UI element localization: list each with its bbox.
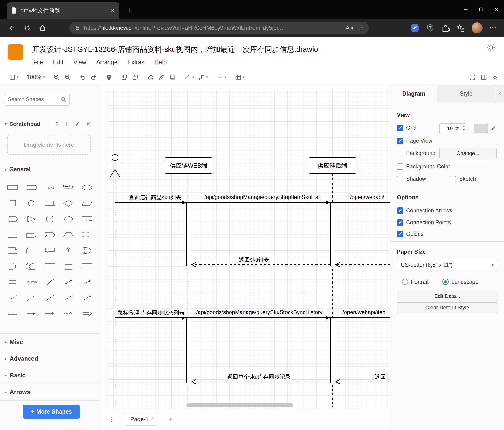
shape-filled-edge[interactable] <box>78 306 96 322</box>
extensions-puzzle-icon[interactable] <box>441 23 450 32</box>
menu-extras[interactable]: Extras <box>126 58 145 66</box>
shape-dashed-line[interactable] <box>3 290 22 306</box>
msg-label-return-sku[interactable]: 返回sku链表 <box>238 256 271 263</box>
fill-color-icon[interactable] <box>147 72 154 82</box>
zoom-select[interactable]: 100%▾ <box>27 72 45 82</box>
web-activation-1[interactable] <box>187 203 191 266</box>
shape-diamond[interactable] <box>59 196 78 211</box>
zoom-out-icon[interactable] <box>64 72 71 82</box>
shape-rounded-rectangle[interactable] <box>22 180 41 196</box>
connection-arrows-checkbox[interactable] <box>397 207 403 214</box>
table-button[interactable]: ▾ <box>234 72 245 82</box>
stepper-icons[interactable]: ▴▾ <box>463 124 465 132</box>
extension-blue-icon[interactable] <box>410 23 420 33</box>
change-background-button[interactable]: Change... <box>439 148 497 159</box>
shape-circle[interactable] <box>22 196 41 211</box>
diagram-canvas[interactable]: 供应链WEB端 供应链后端 查询店铺商品sku列表 /api/goods/sho… <box>100 85 390 409</box>
shape-text[interactable]: Text <box>41 180 59 196</box>
paper-size-select[interactable]: US-Letter (8,5" x 11") ▾ <box>397 259 498 271</box>
shape-horizontal-pool[interactable] <box>78 259 96 274</box>
refresh-icon[interactable] <box>19 21 35 35</box>
favorites-bar-icon[interactable] <box>456 23 465 32</box>
tab-style[interactable]: Style <box>437 85 495 102</box>
shape-trapezoid[interactable] <box>59 227 78 243</box>
to-back-icon[interactable] <box>132 72 139 82</box>
backend-activation-1[interactable] <box>331 203 335 266</box>
scratchpad-dropzone[interactable]: Drag elements here <box>7 135 91 155</box>
section-advanced[interactable]: ▸Advanced <box>0 350 100 367</box>
actor-figure[interactable] <box>109 154 121 178</box>
theme-toggle-icon[interactable] <box>486 43 496 53</box>
shape-ellipse[interactable] <box>78 180 96 196</box>
shape-callout[interactable] <box>41 243 59 259</box>
grid-checkbox[interactable] <box>397 125 403 131</box>
backend-activation-2[interactable] <box>331 318 335 383</box>
portrait-radio[interactable] <box>402 279 408 285</box>
shape-dotted-line[interactable] <box>22 290 41 306</box>
delete-icon[interactable] <box>106 72 113 82</box>
section-misc[interactable]: ▸Misc <box>0 334 100 350</box>
zoom-in-icon[interactable] <box>53 72 60 82</box>
msg-label-ext-1[interactable]: /open/webapi/ <box>349 194 385 200</box>
msg-label-query-sku[interactable]: 查询店铺商品sku列表 <box>128 194 183 201</box>
shape-rectangle[interactable] <box>3 180 22 196</box>
msg-label-api-sku[interactable]: /api/goods/shopManage/queryShopItemSkuLi… <box>203 194 321 200</box>
shadow-icon[interactable] <box>169 72 176 82</box>
undo-icon[interactable] <box>79 72 86 82</box>
browser-menu-icon[interactable] <box>489 24 497 32</box>
insert-button[interactable]: ▾ <box>216 72 227 82</box>
page-tab[interactable]: Page-1 ^ <box>126 413 158 426</box>
close-window-button[interactable] <box>489 0 504 19</box>
menu-view[interactable]: View <box>72 58 87 66</box>
shape-document[interactable] <box>78 211 96 227</box>
shape-search-input[interactable] <box>8 96 60 103</box>
msg-label-api-sync[interactable]: /api/goods/shopManage/querySkuStockSyncH… <box>195 309 324 316</box>
tab-diagram[interactable]: Diagram <box>390 85 437 102</box>
sketch-checkbox[interactable] <box>450 176 456 182</box>
shape-actor[interactable] <box>59 243 78 259</box>
connection-points-checkbox[interactable] <box>397 219 403 226</box>
favorite-star-icon[interactable]: ☆ <box>358 24 364 32</box>
msg-label-hover[interactable]: 鼠标悬浮 库存同步状态列表 <box>116 309 186 317</box>
maximize-button[interactable] <box>473 0 489 19</box>
shape-hexagon[interactable] <box>3 211 22 227</box>
shape-arrow-right[interactable] <box>22 306 41 322</box>
scratchpad-edit-icon[interactable] <box>75 121 80 127</box>
shape-square[interactable] <box>3 196 22 211</box>
msg-label-ext-2[interactable]: /open/webapi/iten <box>341 309 387 316</box>
msg-label-return-single[interactable]: 返回单个sku库存同步记录 <box>226 373 292 381</box>
shape-textbox[interactable]: Heading <box>59 180 78 196</box>
shape-vertical-container[interactable] <box>59 259 78 274</box>
menu-edit[interactable]: Edit <box>52 58 64 66</box>
format-panel-close-icon[interactable]: × <box>495 85 504 102</box>
web-activation-2[interactable] <box>187 318 191 383</box>
shape-cube[interactable] <box>22 227 41 243</box>
back-icon[interactable] <box>4 21 19 35</box>
shape-search[interactable] <box>5 93 70 106</box>
waypoint-style-button[interactable]: ▾ <box>198 72 208 82</box>
shape-bidirectional-connector[interactable] <box>59 290 78 306</box>
section-general[interactable]: ▾ General <box>0 164 100 175</box>
shape-bidirectional-arrow[interactable] <box>59 274 78 290</box>
scratchpad-close-icon[interactable]: × <box>86 120 90 128</box>
shape-tape[interactable] <box>78 227 96 243</box>
scratchpad-add-icon[interactable]: + <box>65 120 69 128</box>
shadow-checkbox[interactable] <box>397 176 403 182</box>
collapse-toolbar-icon[interactable] <box>492 72 499 82</box>
lifeline-box-web[interactable]: 供应链WEB端 <box>165 157 212 174</box>
minimize-button[interactable] <box>458 0 473 19</box>
address-bar[interactable]: https://file.kkview.cn/onlinePreview?url… <box>69 22 369 34</box>
redo-icon[interactable] <box>90 72 97 82</box>
pages-menu-icon[interactable]: ⋮ <box>108 415 115 423</box>
shape-line[interactable] <box>41 290 59 306</box>
msg-label-return-ext[interactable]: 返回 <box>373 373 387 381</box>
scratchpad-help-icon[interactable]: ? <box>55 121 59 127</box>
landscape-radio[interactable] <box>442 279 449 285</box>
browser-tab[interactable]: drawio文件预览 <box>7 2 119 19</box>
clear-default-style-button[interactable]: Clear Default Style <box>397 302 498 313</box>
shape-process[interactable] <box>41 196 59 211</box>
shape-curve[interactable] <box>41 274 59 290</box>
shape-internal-storage[interactable] <box>3 227 22 243</box>
shape-link[interactable] <box>3 306 22 322</box>
shape-simple-arrow[interactable] <box>41 306 59 322</box>
